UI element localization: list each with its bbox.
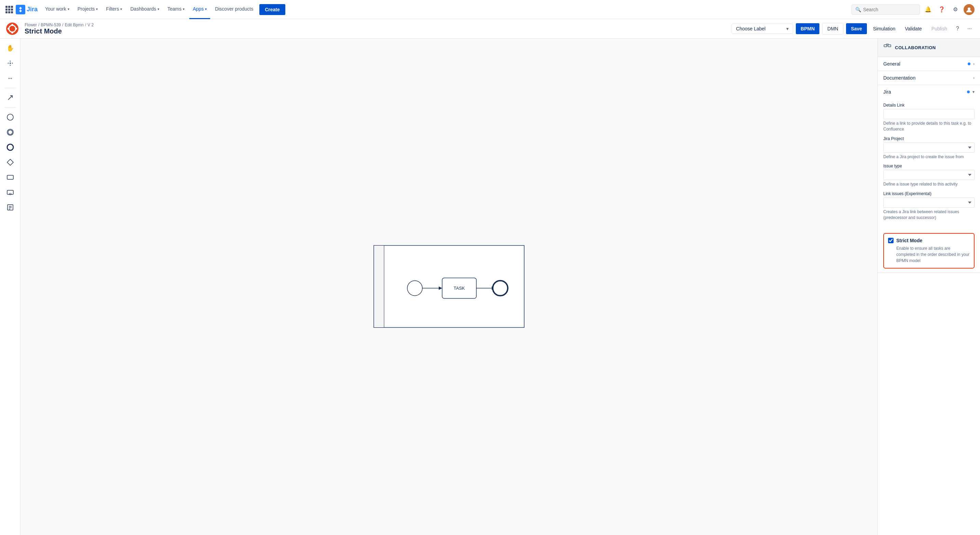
issue-type-help: Define a issue type related to this acti… — [883, 181, 975, 187]
general-chevron: › — [973, 62, 975, 66]
breadcrumb-edit-bpmn[interactable]: Edit Bpmn — [65, 22, 83, 27]
project-icon — [5, 22, 19, 35]
general-section: General › — [878, 57, 980, 71]
move-tool[interactable] — [3, 56, 17, 70]
user-avatar[interactable] — [964, 4, 975, 15]
jira-project-help: Define a Jira project to create the issu… — [883, 154, 975, 160]
svg-point-7 — [10, 62, 11, 64]
right-panel: COLLABORATION General › Documentation › — [878, 39, 980, 535]
apps-grid-icon[interactable] — [5, 6, 13, 13]
simulation-button[interactable]: Simulation — [870, 23, 899, 34]
jira-logo[interactable]: Jira — [16, 5, 38, 14]
strict-mode-section: Strict Mode Enable to ensure all tasks a… — [883, 233, 975, 268]
bpmn-button[interactable]: BPMN — [796, 23, 819, 34]
settings-button[interactable]: ⚙ — [950, 4, 961, 15]
toolbar-right: Choose Label ▾ BPMN DMN Save Simulation … — [732, 23, 975, 35]
resize-tool[interactable]: ↔ — [3, 71, 17, 85]
hand-tool[interactable]: ✋ — [3, 41, 17, 55]
jira-project-select[interactable] — [883, 143, 975, 153]
strict-mode-checkbox[interactable] — [888, 238, 894, 243]
documentation-section: Documentation › — [878, 71, 980, 85]
jira-section: Jira ▾ Details Link Define a link to pro… — [878, 85, 980, 273]
nav-right: 🔍 🔔 ❓ ⚙ — [851, 4, 975, 15]
subprocess-tool[interactable] — [3, 186, 17, 199]
nav-logo-area: Jira — [5, 5, 38, 14]
teams-chevron: ▾ — [183, 7, 185, 11]
svg-point-12 — [7, 144, 13, 150]
svg-rect-32 — [888, 45, 891, 47]
choose-label-dropdown[interactable]: Choose Label ▾ — [732, 24, 793, 34]
collaboration-icon — [883, 43, 891, 52]
dmn-button[interactable]: DMN — [822, 23, 843, 35]
details-link-input[interactable] — [883, 109, 975, 119]
general-section-header[interactable]: General › — [878, 57, 980, 71]
nav-your-work[interactable]: Your work ▾ — [42, 0, 73, 19]
nav-discover-products[interactable]: Discover products — [212, 0, 257, 19]
more-options-button[interactable]: ··· — [965, 23, 975, 35]
panel-header-title: COLLABORATION — [895, 45, 936, 50]
nav-teams[interactable]: Teams ▾ — [164, 0, 188, 19]
svg-marker-13 — [7, 159, 13, 165]
connect-tool[interactable] — [3, 91, 17, 105]
svg-rect-14 — [7, 175, 13, 179]
svg-rect-15 — [7, 190, 13, 194]
svg-rect-22 — [374, 246, 384, 328]
jira-title: Jira — [883, 89, 891, 95]
link-issues-select[interactable] — [883, 197, 975, 208]
jira-logo-text: Jira — [27, 6, 38, 13]
documentation-chevron: › — [973, 76, 975, 80]
svg-point-5 — [8, 28, 10, 30]
gateway-tool[interactable] — [3, 156, 17, 169]
general-title: General — [883, 61, 900, 67]
svg-point-23 — [407, 281, 422, 296]
annotation-tool[interactable] — [3, 200, 17, 214]
breadcrumb-flower[interactable]: Flower — [25, 22, 37, 27]
jira-chevron: ▾ — [972, 89, 975, 94]
svg-point-4 — [11, 32, 13, 33]
help-icon-button[interactable]: ? — [953, 23, 962, 35]
save-button[interactable]: Save — [846, 23, 867, 34]
end-event-tool[interactable] — [3, 140, 17, 154]
breadcrumb: Flower / BPMN-539 / Edit Bpmn / V 2 Stri… — [25, 22, 94, 35]
sub-header: Flower / BPMN-539 / Edit Bpmn / V 2 Stri… — [0, 19, 980, 39]
svg-rect-31 — [884, 45, 887, 47]
issue-type-label: Issue type — [883, 164, 975, 168]
breadcrumb-bpmn539[interactable]: BPMN-539 — [41, 22, 61, 27]
jira-section-content: Details Link Define a link to provide de… — [878, 99, 980, 229]
jira-project-label: Jira Project — [883, 136, 975, 141]
search-box[interactable]: 🔍 — [851, 5, 920, 15]
intermediate-event-tool[interactable] — [3, 125, 17, 139]
svg-point-30 — [493, 281, 508, 296]
nav-projects[interactable]: Projects ▾ — [74, 0, 102, 19]
task-tool[interactable] — [3, 170, 17, 184]
canvas-area[interactable]: TASK — [21, 39, 878, 535]
publish-button[interactable]: Publish — [928, 23, 951, 34]
issue-type-select[interactable] — [883, 170, 975, 180]
breadcrumb-v2[interactable]: V 2 — [88, 22, 94, 27]
search-input[interactable] — [863, 7, 916, 12]
left-toolbar: ✋ ↔ — [0, 39, 21, 535]
nav-dashboards[interactable]: Dashboards ▾ — [127, 0, 163, 19]
notifications-button[interactable]: 🔔 — [923, 4, 934, 15]
panel-header: COLLABORATION — [878, 39, 980, 57]
breadcrumb-path: Flower / BPMN-539 / Edit Bpmn / V 2 — [25, 22, 94, 27]
details-link-label: Details Link — [883, 103, 975, 108]
svg-point-9 — [7, 114, 13, 120]
help-button[interactable]: ❓ — [936, 4, 947, 15]
jira-dot — [967, 90, 970, 93]
jira-section-header[interactable]: Jira ▾ — [878, 85, 980, 99]
top-nav: Jira Your work ▾ Projects ▾ Filters ▾ Da… — [0, 0, 980, 19]
tool-divider-1 — [5, 88, 16, 88]
svg-line-8 — [8, 96, 12, 100]
validate-button[interactable]: Validate — [901, 23, 925, 34]
nav-apps[interactable]: Apps ▾ — [189, 0, 210, 19]
page-title: Strict Mode — [25, 27, 94, 35]
documentation-section-header[interactable]: Documentation › — [878, 71, 980, 85]
documentation-title: Documentation — [883, 75, 915, 81]
nav-filters[interactable]: Filters ▾ — [102, 0, 126, 19]
start-event-tool[interactable] — [3, 110, 17, 124]
create-button[interactable]: Create — [259, 4, 285, 15]
link-issues-label: Link issues (Experimental) — [883, 191, 975, 196]
svg-point-3 — [11, 24, 13, 26]
svg-text:TASK: TASK — [454, 286, 465, 291]
